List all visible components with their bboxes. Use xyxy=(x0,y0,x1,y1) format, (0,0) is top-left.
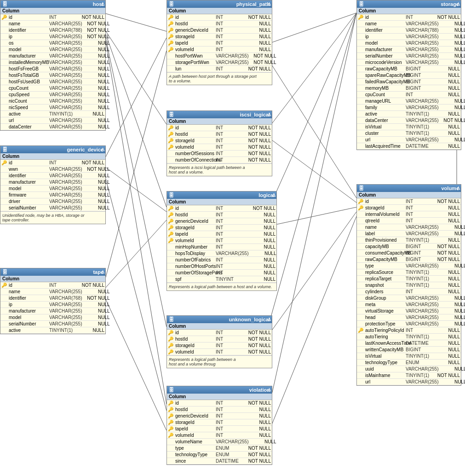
table-tape-icon: 🗄 xyxy=(2,269,7,275)
fk-icon: 🔑 xyxy=(168,219,174,224)
logical-resize[interactable]: △ xyxy=(272,192,276,197)
table-row: urlVARCHAR(255)NULL xyxy=(357,379,461,385)
table-logical-icon: 🗄 xyxy=(169,192,174,198)
table-row: installedMemoryMBVARCHAR(255)NULL xyxy=(0,59,105,66)
logical-col-header: Column xyxy=(167,199,276,205)
table-iscsi-logical: 🗄 iscsi_logical △ Column 🔑idINTNOT NULL … xyxy=(166,110,272,176)
table-row: 🔑hostIdINTNOT NULL xyxy=(167,131,272,138)
table-row: 🔑storageIdINTNOT NULL xyxy=(167,342,272,349)
table-row: 🔑storageIdINTNULL xyxy=(167,225,276,231)
physical-path-resize[interactable]: △ xyxy=(268,1,271,6)
table-row: 🔑tapeIdINTNULL xyxy=(167,231,276,238)
svg-line-0 xyxy=(103,13,166,31)
table-row: modelVARCHAR(255)NULL xyxy=(0,314,105,321)
table-volume-icon: 🗄 xyxy=(359,186,364,191)
table-row: cylindersINTNULL xyxy=(357,289,461,295)
table-row: virtualStorageVARCHAR(255)NULL xyxy=(357,308,461,314)
table-row: metaVARCHAR(255)NULL xyxy=(357,302,461,308)
table-iscsi-logical-icon: 🗄 xyxy=(169,112,174,117)
tape-col-header: Column xyxy=(0,276,105,282)
svg-line-4 xyxy=(103,28,166,404)
host-col-header: Column xyxy=(0,8,105,14)
table-row: numberOfSessionsINTNOT NULL xyxy=(167,151,272,157)
table-row: sinceDATETIMENOT NULL xyxy=(167,458,272,464)
svg-line-16 xyxy=(103,295,166,430)
table-storage-header: 🗄 storage △ xyxy=(357,0,461,8)
table-volume: 🗄 volume △ Column 🔑idINTNOT NULL 🔑storag… xyxy=(356,184,461,386)
table-row: protectionTypeVARCHAR(255)NULL xyxy=(357,321,461,327)
table-violation-title: violation xyxy=(249,387,270,393)
table-iscsi-logical-title: iscsi_logical xyxy=(240,112,270,117)
table-row: 🔑idINTNOT NULL xyxy=(357,198,461,205)
fk-icon: 🔑 xyxy=(168,225,174,230)
svg-line-1 xyxy=(103,28,166,124)
fk-icon: 🔑 xyxy=(168,433,174,438)
svg-line-2 xyxy=(103,28,166,207)
tape-resize[interactable]: △ xyxy=(101,269,104,274)
table-physical-path-title: physical_path xyxy=(236,1,270,7)
svg-line-20 xyxy=(267,212,356,337)
table-row: firmwareVARCHAR(255)NULL xyxy=(0,192,105,198)
table-row: 🔑storageIdINTNULL xyxy=(357,205,461,211)
table-row: 🔑genericDeviceIdINTNULL xyxy=(167,27,272,34)
diagram-container: 🗄 host △ Column 🔑 id INT NOT NULL nameVA… xyxy=(0,0,465,476)
table-row: lunINTNOT NULL xyxy=(167,66,272,72)
iscsi-logical-resize[interactable]: △ xyxy=(268,112,271,116)
table-row: rawCapacityMBBIGINTNULL xyxy=(357,66,461,72)
table-row: cpuSpeedVARCHAR(255)NULL xyxy=(0,92,105,98)
table-row: internalVolumeIdINTNULL xyxy=(357,211,461,218)
table-row: driverVARCHAR(255)NULL xyxy=(0,198,105,205)
svg-line-17 xyxy=(267,57,356,198)
table-row: 🔑volumeIdINTNULL xyxy=(167,238,276,244)
pk-icon: 🔑 xyxy=(1,160,8,165)
table-row: replicaSourceTINYINT(1)NULL xyxy=(357,269,461,276)
table-logical: 🗄 logical △ Column 🔑idINTNOT NULL 🔑hostI… xyxy=(166,191,277,291)
table-row: diskGroupVARCHAR(255)NULL xyxy=(357,295,461,302)
volume-resize[interactable]: △ xyxy=(457,186,460,190)
table-row: ipVARCHAR(255)NULL xyxy=(357,34,461,40)
fk-icon: 🔑 xyxy=(168,28,174,33)
table-tape: 🗄 tape △ Column 🔑idINTNOT NULL nameVARCH… xyxy=(0,268,106,334)
table-unknown-logical-title: unknown_logical xyxy=(229,317,270,322)
violation-col-header: Column xyxy=(167,394,272,400)
unknown-logical-resize[interactable]: △ xyxy=(268,317,271,321)
table-row: labelVARCHAR(255)NULL xyxy=(357,231,461,237)
generic-device-resize[interactable]: △ xyxy=(101,147,104,151)
table-physical-path-header: 🗄 physical_path △ xyxy=(167,0,272,8)
host-resize[interactable]: △ xyxy=(101,1,104,6)
table-row: osVARCHAR(255)NULL xyxy=(0,40,105,46)
table-row: failedRawCapacityMBBIGINTNULL xyxy=(357,79,461,85)
table-row: thinProvisionedTINYINT(1)NULL xyxy=(357,237,461,244)
table-host: 🗄 host △ Column 🔑 id INT NOT NULL nameVA… xyxy=(0,0,106,131)
table-row: isVirtualTINYINT(1)NULL xyxy=(357,353,461,360)
fk-icon: 🔑 xyxy=(168,138,174,143)
table-generic-device-icon: 🗄 xyxy=(2,147,7,152)
pk-icon: 🔑 xyxy=(358,15,364,20)
svg-line-9 xyxy=(267,13,356,130)
storage-col-header: Column xyxy=(357,8,461,14)
table-iscsi-logical-header: 🗄 iscsi_logical △ xyxy=(167,111,272,118)
physical-path-col-header: Column xyxy=(167,8,272,14)
fk-icon: 🔑 xyxy=(168,34,174,39)
table-row: typeVARCHAR(255)NULL xyxy=(357,263,461,269)
table-row: snapshotTINYINT(1)NULL xyxy=(357,282,461,289)
table-row: activeTINYINT(1)NULL xyxy=(357,111,461,117)
table-row: technologyTypeENUMNULL xyxy=(357,360,461,366)
table-row: hopsToDisplayVARCHAR(255)NULL xyxy=(167,250,276,257)
table-row: replicaTargetTINYINT(1)NULL xyxy=(357,276,461,282)
table-row: hostFsUsedGBVARCHAR(255)NULL xyxy=(0,79,105,85)
table-row: numberOfConnectionsINTNOT NULL xyxy=(167,157,272,163)
table-row: hostFsTotalGBVARCHAR(255)NULL xyxy=(0,72,105,79)
table-row: 🔑volumeIdINTNOT NULL xyxy=(167,144,272,151)
table-row: spfTINYINTNULL xyxy=(167,276,276,283)
pk-icon: 🔑 xyxy=(168,206,174,211)
physical-path-note: A path between host port through a stora… xyxy=(167,72,272,85)
table-row: 🔑volumeIdINTNOT NULL xyxy=(167,349,272,355)
table-row: 🔑idINTNOT NULL xyxy=(0,282,105,289)
table-row: modelVARCHAR(255)NULL xyxy=(0,46,105,53)
violation-resize[interactable]: △ xyxy=(268,387,271,392)
table-row: isVirtualTINYINT(1)NULL xyxy=(357,124,461,130)
table-row: consumedCapacityMBBIGINTNOT NULL xyxy=(357,250,461,256)
storage-resize[interactable]: △ xyxy=(457,1,460,6)
table-row: identifierVARCHAR(788)NULL xyxy=(357,27,461,34)
